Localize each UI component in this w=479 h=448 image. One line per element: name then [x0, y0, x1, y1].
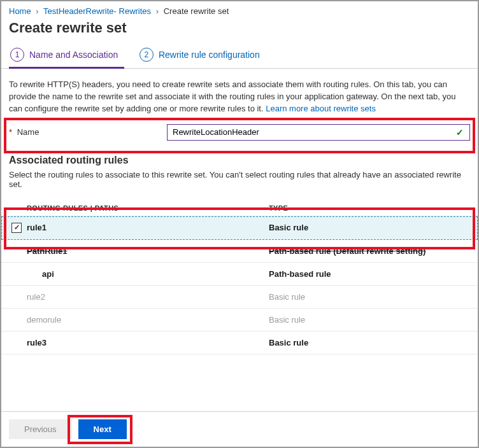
rule-type: Basic rule — [269, 315, 470, 325]
rule-name: api — [42, 269, 269, 279]
info-text: To rewrite HTTP(S) headers, you need to … — [1, 71, 478, 119]
footer: Previous Next — [1, 411, 478, 447]
page-title: Create rewrite set — [1, 17, 478, 43]
name-label: * Name — [9, 127, 167, 137]
rule-type: Path-based rule — [269, 269, 470, 279]
col-routing-rules: ROUTING RULES | PATHS — [27, 204, 269, 212]
tabs: 1 Name and Association 2 Rewrite rule co… — [1, 43, 478, 69]
step-2-circle: 2 — [139, 48, 154, 62]
breadcrumb-resource[interactable]: TestHeaderRewrite- Rewrites — [43, 6, 151, 16]
step-1-circle: 1 — [10, 48, 24, 62]
rule-name: PathRule1 — [27, 246, 269, 256]
rule-type: Path-based rule (Default rewrite setting… — [269, 246, 470, 256]
next-button[interactable]: Next — [78, 419, 127, 439]
breadcrumb: Home › TestHeaderRewrite- Rewrites › Cre… — [1, 1, 478, 17]
rule-type: Basic rule — [269, 223, 470, 232]
table-row[interactable]: PathRule1Path-based rule (Default rewrit… — [1, 240, 478, 263]
chevron-right-icon: › — [156, 6, 159, 16]
checkmark-icon: ✓ — [456, 127, 464, 137]
tab-label: Rewrite rule configuration — [159, 50, 260, 60]
rule-type: Basic rule — [269, 292, 470, 302]
col-type: TYPE — [269, 204, 470, 212]
table-row[interactable]: demoruleBasic rule — [1, 309, 478, 332]
name-input[interactable] — [167, 124, 470, 141]
tab-rewrite-rule-config[interactable]: 2 Rewrite rule configuration — [138, 43, 266, 68]
rule-name: rule3 — [27, 338, 269, 347]
rule-name: rule1 — [27, 223, 269, 232]
table-row[interactable]: apiPath-based rule — [1, 263, 478, 286]
name-label-text: Name — [17, 127, 39, 137]
routing-rules-table: ✓rule1Basic rulePathRule1Path-based rule… — [1, 216, 478, 354]
checkbox-checked-icon[interactable]: ✓ — [11, 223, 22, 233]
name-field-row: * Name ✓ — [1, 119, 478, 146]
info-body: To rewrite HTTP(S) headers, you need to … — [9, 80, 455, 113]
breadcrumb-home[interactable]: Home — [9, 6, 31, 16]
section-routing-title: Associated routing rules — [1, 146, 478, 169]
breadcrumb-current: Create rewrite set — [164, 6, 229, 16]
table-row[interactable]: ✓rule1Basic rule — [1, 216, 478, 240]
table-row[interactable]: rule2Basic rule — [1, 286, 478, 309]
table-header: ROUTING RULES | PATHS TYPE — [1, 200, 478, 216]
rule-name: demorule — [27, 315, 269, 325]
section-routing-sub: Select the routing rules to associate to… — [1, 169, 478, 200]
previous-button[interactable]: Previous — [9, 419, 72, 439]
tab-label: Name and Association — [29, 50, 118, 60]
required-asterisk: * — [9, 127, 12, 137]
tab-name-association[interactable]: 1 Name and Association — [9, 43, 124, 68]
table-row[interactable]: rule3Basic rule — [1, 332, 478, 354]
chevron-right-icon: › — [36, 6, 38, 16]
rule-type: Basic rule — [269, 338, 470, 347]
learn-more-link[interactable]: Learn more about rewrite sets — [266, 104, 376, 113]
rule-name: rule2 — [27, 292, 269, 302]
